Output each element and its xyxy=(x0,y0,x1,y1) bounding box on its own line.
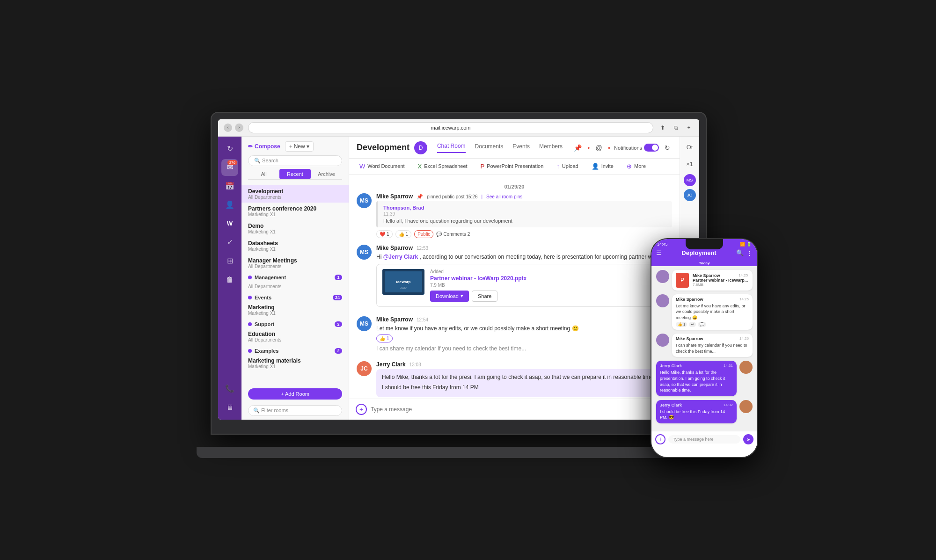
compose-button[interactable]: ✏ Compose xyxy=(248,143,280,150)
tasks-nav-button[interactable]: ✓ xyxy=(221,234,238,251)
tab-events[interactable]: Events xyxy=(512,143,530,153)
room-item-development[interactable]: Development All Departments xyxy=(241,185,349,203)
chat-nav-tabs: Chat Room Documents Events Members xyxy=(437,143,563,153)
phone-wrapper: 14:45 📶 🔋 ☰ Deployment 🔍 ⋮ Today xyxy=(651,238,763,463)
add-room-button[interactable]: + Add Room xyxy=(248,388,342,400)
msg-text-2: Hi @Jerry Clark , according to our conve… xyxy=(376,253,672,261)
mail-nav-button[interactable]: ✉ 276 xyxy=(221,159,238,176)
phone-nav-button[interactable]: 📞 xyxy=(221,380,238,397)
phone-date-header: Today xyxy=(651,260,757,266)
pin-indicator: 📌 xyxy=(417,194,423,200)
share-button[interactable]: ⬆ xyxy=(658,123,667,132)
attachment-info: Added Partner webinar - IceWarp 2020.ppt… xyxy=(430,269,666,302)
date-divider: 01/29/20 xyxy=(357,184,672,189)
upload-icon: ↑ xyxy=(556,163,560,170)
toolbar-row: W Word Document X Excel Spreadsheet P Po… xyxy=(349,159,680,175)
phone-msg-1: P Mike Sparrow 14:25 Partner webinar - I… xyxy=(656,270,753,291)
phone-menu-icon[interactable]: ☰ xyxy=(656,249,662,256)
room-item-manager-meetings[interactable]: Manager Meetings All Departments xyxy=(241,255,349,272)
room-item-demo[interactable]: Demo Marketing X1 xyxy=(241,220,349,237)
phone-message-input[interactable]: Type a message here xyxy=(668,435,740,444)
phone-search-icon[interactable]: 🔍 xyxy=(736,249,744,256)
reload-icon[interactable]: ↻ xyxy=(663,143,672,153)
compose-icon: ✏ xyxy=(248,143,253,150)
share-button[interactable]: Share xyxy=(472,291,497,302)
reaction-heart[interactable]: ❤️ 1 xyxy=(376,230,393,238)
message-input[interactable] xyxy=(371,406,673,413)
phone-attachment-info: Partner webinar - IceWarp... 7.8MB xyxy=(693,278,748,287)
room-item-education[interactable]: Education All Departments xyxy=(241,328,349,345)
see-pins-link[interactable]: | xyxy=(481,194,483,199)
phone-bubble-1: P Mike Sparrow 14:25 Partner webinar - I… xyxy=(672,270,753,291)
room-item-management[interactable]: All Departments xyxy=(241,281,349,292)
message-group-4: JC Jerry Clark 13:03 Hello Mike, thanks … xyxy=(357,361,672,397)
excel-button[interactable]: X Excel Spreadsheet xyxy=(415,161,470,171)
word-doc-button[interactable]: W Word Document xyxy=(357,161,408,171)
phone-send-button[interactable]: ➤ xyxy=(743,434,753,444)
quoted-message-1: Thompson, Brad 11:39 Hello all, I have o… xyxy=(376,201,672,227)
upload-button[interactable]: ↑ Upload xyxy=(554,161,581,171)
attachment-name[interactable]: Partner webinar - IceWarp 2020.pptx xyxy=(430,275,666,282)
calendar-nav-button[interactable]: 📅 xyxy=(221,178,238,195)
tab-documents[interactable]: Documents xyxy=(475,143,504,153)
refresh-nav-button[interactable]: ↻ xyxy=(221,140,238,157)
download-button[interactable]: Download ▾ xyxy=(430,291,469,302)
docs-nav-button[interactable]: W xyxy=(221,215,238,232)
monitor-nav-button[interactable]: 🖥 xyxy=(221,399,238,416)
at-icon[interactable]: @ xyxy=(593,143,604,153)
address-bar[interactable]: mail.icewarp.com xyxy=(248,122,653,133)
badge-support: 2 xyxy=(335,321,342,327)
phone-more-icon[interactable]: ⋮ xyxy=(746,249,753,256)
phone-msg-4: Jerry Clark 14:31 Hello Mike, thanks a l… xyxy=(656,361,753,396)
reaction-thumbsup[interactable]: 👍 1 xyxy=(395,230,412,238)
contacts-nav-button[interactable]: 👤 xyxy=(221,196,238,213)
tab-recent[interactable]: Recent xyxy=(279,169,311,179)
notifications-toggle[interactable]: Notifications xyxy=(614,144,659,152)
new-button[interactable]: + New ▾ xyxy=(285,141,314,152)
add-attachment-button[interactable]: + xyxy=(356,404,367,415)
room-item-events[interactable]: Marketing Marketing X1 xyxy=(241,301,349,319)
phone-msg-3: Mike Sparrow 14:26 I can share my calend… xyxy=(656,334,753,357)
room-item-marketing[interactable]: Marketing materials Marketing X1 xyxy=(241,355,349,372)
room-avatar: D xyxy=(414,141,427,154)
more-button[interactable]: ⊕ More xyxy=(624,161,649,171)
room-item-partners[interactable]: Partners conference 2020 Marketing X1 xyxy=(241,203,349,220)
toggle-switch[interactable] xyxy=(644,144,659,152)
attachment-card: IceWarp 2020 Added Partner webinar xyxy=(376,264,672,307)
see-all-pins-link[interactable]: See all room pins xyxy=(486,194,522,199)
back-button[interactable]: ‹ xyxy=(224,124,232,132)
tab-all[interactable]: All xyxy=(248,169,279,179)
tab-archive[interactable]: Archive xyxy=(311,169,342,179)
tabs-button[interactable]: ⧉ xyxy=(671,123,680,132)
excel-icon: X xyxy=(418,163,422,170)
room-item-datasheets[interactable]: Datasheets Marketing X1 xyxy=(241,237,349,255)
new-tab-button[interactable]: + xyxy=(684,123,694,132)
tab-members[interactable]: Members xyxy=(539,143,563,153)
forward-button[interactable]: › xyxy=(235,124,243,132)
invite-button[interactable]: 👤 Invite xyxy=(589,161,616,171)
filter-rooms-input[interactable]: 🔍 Filter rooms xyxy=(248,405,342,416)
panel-btn-2[interactable]: ×1 xyxy=(683,157,697,171)
message-input-row: + xyxy=(349,399,680,420)
comments-link[interactable]: 💬 Comments 2 xyxy=(436,232,470,237)
trash-nav-button[interactable]: 🗑 xyxy=(221,271,238,288)
section-examples: Examples 2 xyxy=(241,345,349,355)
svg-text:2020: 2020 xyxy=(400,286,407,289)
phone-attachment-icon: P xyxy=(676,273,689,288)
panel-avatar-1[interactable]: MS xyxy=(684,174,696,186)
avatar-mike-1: MS xyxy=(357,193,372,208)
phone-app-header: ☰ Deployment 🔍 ⋮ xyxy=(651,247,757,260)
search-bar[interactable]: 🔍 Search xyxy=(248,155,342,166)
section-management: Management 1 xyxy=(241,272,349,281)
message-group-2: MS Mike Sparrow 12:53 Hi @Jerry Clark , … xyxy=(357,245,672,310)
phone-add-button[interactable]: + xyxy=(655,434,665,444)
panel-btn-1[interactable]: Ot xyxy=(683,140,697,154)
tab-chat-room[interactable]: Chat Room xyxy=(437,143,466,153)
reaction-thumbsup-3[interactable]: 👍 1 xyxy=(376,335,393,342)
pin-icon[interactable]: 📌 xyxy=(572,143,584,153)
powerpoint-button[interactable]: P PowerPoint Presentation xyxy=(478,161,547,171)
public-tag: Public xyxy=(414,230,433,238)
chat-header-icons: 📌 ● @ ● Notifications ↻ xyxy=(572,143,672,153)
grid-nav-button[interactable]: ⊞ xyxy=(221,253,238,269)
panel-avatar-2[interactable]: JC xyxy=(684,189,696,201)
